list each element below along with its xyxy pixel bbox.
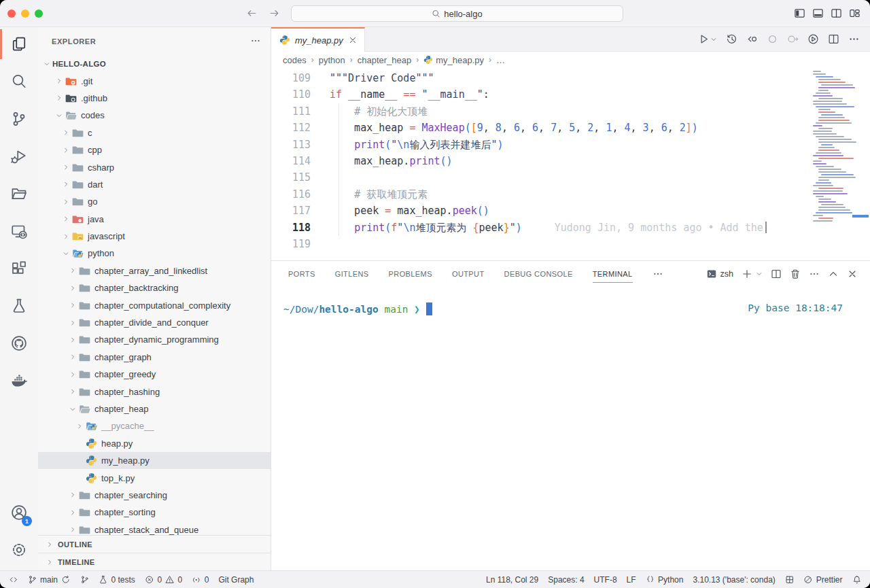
navigate-back-button[interactable] [246,7,258,22]
tree-item-chapter_divide_and_conquer[interactable]: chapter_divide_and_conquer [38,314,271,331]
status-project-manager[interactable] [780,571,799,588]
tab-my-heap-py[interactable]: my_heap.py [271,27,365,52]
panel-tab-gitlens[interactable]: GITLENS [335,261,369,286]
panel-tab-problems[interactable]: PROBLEMS [389,261,432,286]
status-eol[interactable]: LF [622,571,641,588]
code-line-110[interactable]: 110if __name__ == "__main__": [277,86,870,103]
kill-terminal-button[interactable] [790,269,801,279]
tree-item-chapter_array_and_linkedlist[interactable]: chapter_array_and_linkedlist [38,262,271,279]
tree-item-java[interactable]: java [38,211,271,228]
status-prettier[interactable]: Prettier [799,571,847,588]
run-python-file-button[interactable] [698,33,717,45]
tree-item-.git[interactable]: .git [38,72,271,89]
status-branch[interactable]: main [23,571,75,588]
close-panel-button[interactable] [847,269,858,279]
tree-item-c[interactable]: c [38,124,271,141]
tree-item-HELLO-ALGO[interactable]: HELLO-ALGO [38,55,271,72]
activity-item-github[interactable] [0,326,38,360]
minimap[interactable] [809,68,870,260]
tree-item-codes[interactable]: codes [38,107,271,124]
file-history-button[interactable] [726,33,737,45]
tree-item-csharp[interactable]: csharp [38,158,271,175]
panel-tab-debug-console[interactable]: DEBUG CONSOLE [504,261,573,286]
status-git-graph[interactable]: Git Graph [213,571,258,588]
code-line-119[interactable]: 119 [277,236,870,252]
tree-item-python[interactable]: python [38,245,271,262]
breadcrumb-3[interactable]: my_heap.py [423,55,484,65]
status-cursor-position[interactable]: Ln 118, Col 29 [481,571,543,588]
status-language-mode[interactable]: Python [641,571,689,588]
tree-item-.github[interactable]: .github [38,90,271,107]
status-notifications[interactable] [848,571,867,588]
status-remote[interactable] [4,571,23,588]
close-window-button[interactable] [7,10,16,18]
tree-item-__pycache__[interactable]: __pycache__ [38,417,271,434]
code-line-111[interactable]: 111 # 初始化大顶堆 [277,103,870,120]
activity-item-testing[interactable] [0,289,38,323]
tree-item-chapter_computational_complexity[interactable]: chapter_computational_complexity [38,296,271,313]
activity-item-explorer[interactable] [0,27,38,61]
status-gitlens[interactable] [75,571,94,588]
status-encoding[interactable]: UTF-8 [589,571,622,588]
activity-item-source-control[interactable] [0,102,38,136]
tree-item-heap.py[interactable]: heap.py [38,435,271,452]
tree-item-chapter_greedy[interactable]: chapter_greedy [38,366,271,383]
toggle-secondary-sidebar-button[interactable] [831,7,842,19]
panel-tab-output[interactable]: OUTPUT [452,261,485,286]
minimize-window-button[interactable] [21,10,29,18]
code-editor[interactable]: 109"""Driver Code"""110if __name__ == "_… [271,68,870,260]
activity-item-remote-explorer[interactable] [0,214,38,248]
more-actions-button[interactable] [848,33,860,45]
activity-item-search[interactable] [0,65,38,99]
close-tab-icon[interactable] [348,35,358,45]
maximize-panel-button[interactable] [828,269,839,279]
sidebar-section-outline[interactable]: OUTLINE [38,535,271,553]
navigate-forward-button[interactable] [268,7,280,22]
sidebar-section-timeline[interactable]: TIMELINE [38,553,271,570]
tree-item-chapter_sorting[interactable]: chapter_sorting [38,504,271,521]
activity-item-docker[interactable] [0,364,38,398]
zoom-window-button[interactable] [35,10,43,18]
status-indentation[interactable]: Spaces: 4 [543,571,589,588]
tree-item-top_k.py[interactable]: top_k.py [38,469,271,486]
tree-item-chapter_heap[interactable]: chapter_heap [38,400,271,417]
tree-item-my_heap.py[interactable]: my_heap.py [38,452,271,469]
breadcrumb-2[interactable]: chapter_heap [358,55,412,65]
toggle-primary-sidebar-button[interactable] [794,7,805,19]
tree-item-chapter_dynamic_programming[interactable]: chapter_dynamic_programming [38,331,271,348]
tree-item-chapter_searching[interactable]: chapter_searching [38,487,271,504]
split-editor-button[interactable] [828,33,839,45]
more-terminal-actions-button[interactable] [809,269,820,279]
command-center-search[interactable]: hello-algo [291,5,623,22]
run-or-debug-button[interactable] [807,33,819,45]
status-python-interpreter[interactable]: 3.10.13 ('base': conda) [688,571,780,588]
activity-item-run-and-debug[interactable] [0,139,38,173]
terminal-shell-selector[interactable]: zsh [706,269,733,279]
tree-item-chapter_graph[interactable]: chapter_graph [38,349,271,366]
views-and-more-actions-button[interactable] [250,35,261,48]
activity-item-accounts[interactable]: 1 [0,496,38,530]
toggle-panel-button[interactable] [812,7,824,19]
activity-item-settings[interactable] [0,533,38,567]
activity-item-folder-explorer[interactable] [0,177,38,211]
terminal[interactable]: ~/Dow/hello-algo main ❯ Py base 18:18:47 [271,286,870,570]
tree-item-chapter_backtracking[interactable]: chapter_backtracking [38,279,271,296]
breadcrumb-1[interactable]: python [319,55,345,65]
tree-item-go[interactable]: go [38,193,271,210]
additional-views-button[interactable] [652,269,663,279]
tree-item-javascript[interactable]: JS javascript [38,228,271,245]
activity-item-extensions[interactable] [0,252,38,286]
tree-item-chapter_hashing[interactable]: chapter_hashing [38,383,271,400]
breadcrumb-0[interactable]: codes [283,55,307,65]
panel-tab-terminal[interactable]: TERMINAL [593,261,633,286]
code-line-114[interactable]: 114 max_heap.print() [277,153,870,169]
code-line-115[interactable]: 115 [277,169,870,186]
open-changes-button[interactable] [746,33,758,45]
split-terminal-button[interactable] [771,269,782,279]
status-problems[interactable]: 00 [140,571,187,588]
panel-tab-ports[interactable]: PORTS [288,261,315,286]
tree-item-dart[interactable]: dart [38,176,271,193]
status-tests[interactable]: 0 tests [94,571,140,588]
breadcrumb-4[interactable]: … [496,55,505,65]
tree-item-cpp[interactable]: cpp [38,141,271,158]
